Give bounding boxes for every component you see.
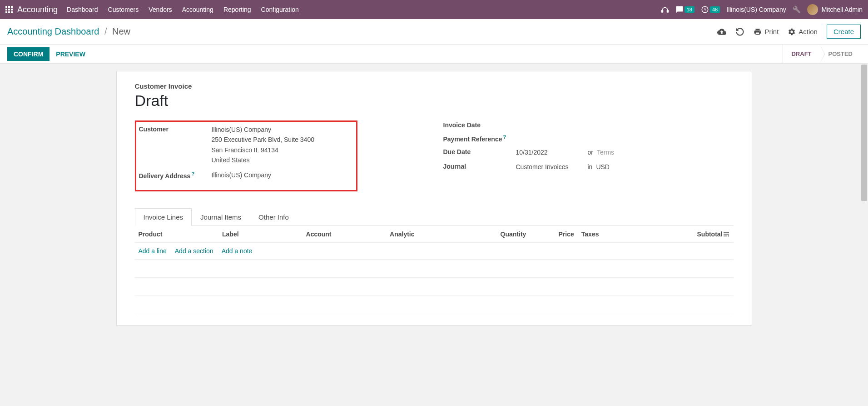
row-customer: Customer Illinois(US) Company 250 Execut…	[139, 125, 353, 165]
svg-rect-4	[8, 9, 10, 10]
debug-icon[interactable]	[793, 5, 801, 14]
tab-journal-items[interactable]: Journal Items	[192, 208, 250, 226]
customer-addr1: 250 Executive Park Blvd, Suite 3400	[212, 135, 353, 145]
col-label[interactable]: Label	[218, 226, 303, 243]
messages-icon[interactable]: 18	[675, 5, 694, 14]
empty-row[interactable]	[135, 277, 734, 296]
control-panel: Accounting Dashboard / New Print Action …	[0, 19, 868, 45]
journal-label: Journal	[443, 162, 516, 172]
row-invoice-date: Invoice Date	[443, 120, 734, 129]
empty-row[interactable]	[135, 259, 734, 277]
empty-row[interactable]	[135, 296, 734, 314]
due-date-value[interactable]: 10/31/2022	[516, 147, 584, 157]
customer-name: Illinois(US) Company	[212, 125, 353, 135]
breadcrumb-sep: /	[104, 26, 107, 36]
create-button[interactable]: Create	[827, 25, 861, 39]
topbar-right: 18 48 Illinois(US) Company Mitchell Admi…	[661, 4, 863, 15]
delivery-label-text: Delivery Address	[139, 172, 191, 179]
menu-dashboard[interactable]: Dashboard	[67, 6, 98, 13]
topbar: Accounting Dashboard Customers Vendors A…	[0, 0, 868, 19]
menu-customers[interactable]: Customers	[108, 6, 139, 13]
highlight-box: Customer Illinois(US) Company 250 Execut…	[135, 120, 357, 191]
journal-fields: Customer Invoices in USD	[516, 162, 734, 172]
menu-accounting[interactable]: Accounting	[182, 6, 213, 13]
breadcrumb: Accounting Dashboard / New	[7, 26, 130, 37]
activities-icon[interactable]: 48	[701, 5, 720, 14]
app-name[interactable]: Accounting	[17, 5, 58, 15]
col-account[interactable]: Account	[303, 226, 387, 243]
user-menu[interactable]: Mitchell Admin	[807, 4, 863, 15]
print-label: Print	[764, 28, 779, 35]
form-grid: Customer Illinois(US) Company 250 Execut…	[135, 120, 734, 199]
scrollbar-track[interactable]	[860, 64, 868, 406]
add-note-link[interactable]: Add a note	[222, 247, 253, 255]
help-icon[interactable]: ?	[503, 134, 506, 140]
lines-table: Product Label Account Analytic Quantity …	[135, 226, 734, 314]
add-section-link[interactable]: Add a section	[175, 247, 213, 255]
support-icon[interactable]	[661, 5, 669, 14]
col-price[interactable]: Price	[530, 226, 577, 243]
breadcrumb-root[interactable]: Accounting Dashboard	[7, 26, 99, 36]
svg-rect-0	[5, 6, 7, 8]
form-sheet: Customer Invoice Draft Customer Illinois…	[116, 71, 752, 326]
table-header-row: Product Label Account Analytic Quantity …	[135, 226, 734, 243]
form-col-right: Invoice Date Payment Reference? Due Date…	[443, 120, 734, 199]
menu-vendors[interactable]: Vendors	[149, 6, 172, 13]
svg-rect-9	[661, 10, 663, 13]
col-analytic[interactable]: Analytic	[386, 226, 470, 243]
customer-label: Customer	[139, 125, 212, 165]
discard-icon[interactable]	[735, 27, 744, 36]
customer-addr2: San Francisco IL 94134	[212, 145, 353, 155]
company-switcher[interactable]: Illinois(US) Company	[726, 6, 786, 13]
help-icon[interactable]: ?	[191, 171, 194, 176]
status-posted[interactable]: POSTED	[820, 45, 861, 63]
col-quantity[interactable]: Quantity	[470, 226, 530, 243]
in-label: in	[588, 162, 593, 172]
svg-rect-1	[8, 6, 10, 8]
action-label: Action	[799, 28, 818, 35]
currency-value[interactable]: USD	[596, 162, 610, 172]
row-journal: Journal Customer Invoices in USD	[443, 162, 734, 172]
menu-configuration[interactable]: Configuration	[261, 6, 299, 13]
payment-ref-label-text: Payment Reference	[443, 135, 502, 143]
apps-icon[interactable]	[5, 6, 13, 13]
or-label: or	[588, 147, 593, 157]
scrollbar-thumb[interactable]	[861, 65, 867, 201]
action-button[interactable]: Action	[788, 28, 818, 36]
customer-value[interactable]: Illinois(US) Company 250 Executive Park …	[212, 125, 353, 165]
confirm-button[interactable]: CONFIRM	[7, 47, 50, 61]
add-links-row: Add a line Add a section Add a note	[135, 242, 734, 259]
customer-addr3: United States	[212, 155, 353, 165]
tabs: Invoice Lines Journal Items Other Info	[135, 208, 734, 226]
doc-title: Draft	[135, 92, 734, 110]
col-subtotal[interactable]: Subtotal	[638, 226, 734, 243]
print-button[interactable]: Print	[754, 28, 779, 36]
delivery-value[interactable]: Illinois(US) Company	[212, 170, 353, 180]
col-taxes[interactable]: Taxes	[578, 226, 638, 243]
status-draft[interactable]: DRAFT	[783, 45, 819, 63]
col-product[interactable]: Product	[135, 226, 219, 243]
payment-ref-value[interactable]	[516, 133, 734, 143]
svg-rect-2	[11, 6, 13, 8]
tab-invoice-lines[interactable]: Invoice Lines	[135, 208, 192, 226]
statusbar: CONFIRM PREVIEW DRAFT POSTED	[0, 45, 868, 64]
svg-rect-10	[667, 10, 668, 13]
journal-value[interactable]: Customer Invoices	[516, 162, 584, 172]
payment-ref-label: Payment Reference?	[443, 133, 516, 143]
control-right: Print Action Create	[717, 25, 861, 39]
delivery-label: Delivery Address?	[139, 170, 212, 180]
add-links: Add a line Add a section Add a note	[135, 243, 734, 259]
avatar	[807, 4, 818, 15]
doc-type: Customer Invoice	[135, 82, 734, 90]
preview-button[interactable]: PREVIEW	[56, 50, 85, 58]
options-icon[interactable]	[723, 231, 730, 238]
menu-reporting[interactable]: Reporting	[223, 6, 251, 13]
cloud-sync-icon[interactable]	[717, 27, 726, 36]
invoice-date-label: Invoice Date	[443, 120, 516, 129]
add-line-link[interactable]: Add a line	[139, 247, 167, 255]
messages-badge: 18	[684, 6, 694, 13]
terms-field[interactable]: Terms	[597, 147, 614, 157]
tab-other-info[interactable]: Other Info	[250, 208, 298, 226]
invoice-date-value[interactable]	[516, 120, 734, 129]
user-name: Mitchell Admin	[822, 6, 863, 13]
